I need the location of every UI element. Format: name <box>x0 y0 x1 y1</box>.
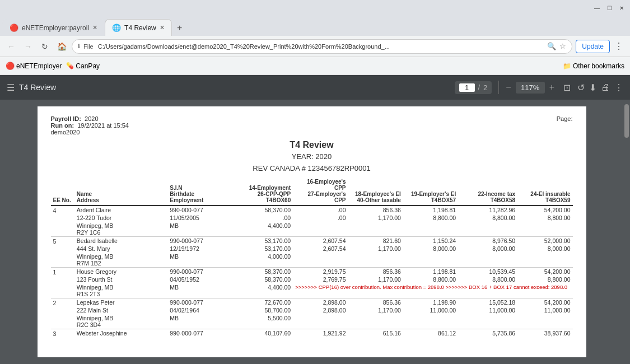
company-name: demo2020 <box>51 129 573 136</box>
cell-t4box58: 8,800.00 <box>458 276 517 283</box>
cell-province: MB <box>167 253 235 268</box>
table-row: 5 Bedard Isabelle 990-000-077 53,170.00 … <box>51 237 573 245</box>
more-options-icon[interactable]: ⋮ <box>614 82 623 93</box>
canpay-icon: 💊 <box>66 62 74 69</box>
cell-t4box58: 8,000.00 <box>458 245 517 253</box>
cell-empei19: 1,150.24 <box>403 237 458 245</box>
cell-sin: 990-000-077 <box>167 237 235 245</box>
cell-city: Winnipeg, MBR1S 2T3 <box>74 283 167 298</box>
cell-address: 222 Main St <box>74 306 167 314</box>
run-on-label: Run on: <box>51 122 74 129</box>
cell-t4box60: 5,500.00 <box>235 314 293 329</box>
cell-ei18: 856.36 <box>348 206 403 214</box>
page-separator: / <box>478 83 480 91</box>
zoom-out-button[interactable]: − <box>506 82 511 92</box>
cell-cpp16: 2,919.75 <box>293 268 348 276</box>
address-actions: Update ⋮ <box>576 40 626 53</box>
cell-emp14: 58,370.00 <box>235 268 293 276</box>
cell-province: MB <box>167 314 235 329</box>
rotate-icon[interactable]: ↺ <box>577 82 585 93</box>
menu-dots-button[interactable]: ⋮ <box>612 40 626 53</box>
table-row-3 <box>51 338 573 339</box>
cell-ee-no: 3 <box>51 329 74 340</box>
tab-payroll[interactable]: 🔴 eNETEmployer:payroll ✕ <box>2 19 105 36</box>
scrollbar-thumb[interactable] <box>624 104 629 138</box>
canpay-bookmark[interactable]: 💊 CanPay <box>66 62 100 70</box>
cell-city: Winnipeg, MBR7M 1B2 <box>74 253 167 268</box>
header-name-address: Name Address <box>74 177 167 206</box>
forward-button[interactable]: → <box>21 40 35 53</box>
cell-tax22: 10,539.45 <box>458 268 517 276</box>
cell-cpp26: 58,370.00 <box>235 276 293 283</box>
address-bar: ← → ↻ 🏠 ℹ File C:/Users/gadams/Downloads… <box>0 36 630 57</box>
cell-birthdate: 11/05/2005 <box>167 214 235 222</box>
star-icon[interactable]: ☆ <box>559 42 566 50</box>
cell-empei19: 861.12 <box>403 329 458 338</box>
maximize-button[interactable]: ☐ <box>605 4 613 12</box>
cell-ei18: 856.36 <box>348 298 403 307</box>
run-on-line: Run on: 19/2/2021 at 15:54 <box>51 122 573 129</box>
cell-cpp16: 2,607.54 <box>293 237 348 245</box>
cell-ei18: 856.36 <box>348 268 403 276</box>
report-year: YEAR: 2020 <box>51 152 573 161</box>
reload-button[interactable]: ↻ <box>38 40 52 53</box>
hamburger-menu-icon[interactable]: ☰ <box>7 82 15 93</box>
header-sin: S.I.N Birthdate Employment <box>167 177 235 206</box>
cell-t4box59: 8,800.00 <box>517 276 572 283</box>
cell-city: Winnipeg, MBR2Y 1C6 <box>74 222 167 237</box>
tab-t4review-icon: 🌐 <box>112 24 121 32</box>
header-ee-no: EE No. <box>51 177 74 206</box>
cell-t4box58: 11,000.00 <box>458 306 517 314</box>
zoom-in-button[interactable]: + <box>549 82 554 92</box>
cell-sin: 990-000-077 <box>167 329 235 338</box>
cell-t4box59: 8,800.00 <box>517 214 572 222</box>
scrollbar[interactable] <box>623 100 630 364</box>
payroll-id-line: Payroll ID: 2020 <box>51 115 573 122</box>
cell-other40: 1,170.00 <box>348 306 403 314</box>
cell-other40: 1,170.00 <box>348 214 403 222</box>
tab-payroll-close[interactable]: ✕ <box>92 24 97 31</box>
header-14: 14-Employment 26-CPP-QPP T4BOX60 <box>235 177 293 206</box>
table-row-3: Winnipeg, MBR2Y 1C6 MB 4,400.00 <box>51 222 573 237</box>
page-label: Page: <box>557 115 573 122</box>
minimize-button[interactable]: — <box>593 4 601 12</box>
report-title: T4 Review <box>51 140 573 150</box>
cell-ei24: 38,937.60 <box>517 329 572 338</box>
update-button[interactable]: Update <box>576 40 610 53</box>
back-button[interactable]: ← <box>4 40 18 53</box>
cell-t4box60: 4,400.00 <box>235 283 293 298</box>
cell-emp14: 58,370.00 <box>235 206 293 214</box>
cell-province <box>167 338 235 339</box>
header-24: 24-EI insurable T4BOX59 <box>517 177 572 206</box>
tab-t4review-close[interactable]: ✕ <box>160 24 165 31</box>
cell-birthdate: 04/05/1952 <box>167 276 235 283</box>
cell-city: Winnipeg, MBR2C 3D4 <box>74 314 167 329</box>
enet-icon: 🔴 <box>6 62 15 70</box>
cell-tax22: 5,735.86 <box>458 329 517 338</box>
fit-page-icon[interactable]: ⊡ <box>563 82 571 93</box>
address-input[interactable]: ℹ File C:/Users/gadams/Downloads/enet@de… <box>72 39 572 54</box>
header-16: 16-Employee's CPP 27-Employer's CPP <box>293 177 348 206</box>
info-icon: ℹ <box>78 43 80 49</box>
download-icon[interactable]: ⬇ <box>589 82 596 93</box>
new-tab-button[interactable]: + <box>172 20 188 36</box>
cell-name: Webster Josephine <box>74 329 167 338</box>
cell-address: 123 Fourth St <box>74 276 167 283</box>
close-button[interactable]: ✕ <box>618 4 626 12</box>
page-number-input[interactable] <box>459 83 475 92</box>
cell-t4box59: 11,000.00 <box>517 306 572 314</box>
cell-birthdate: 04/02/1964 <box>167 306 235 314</box>
cell-ei18: 615.16 <box>348 329 403 338</box>
other-bookmarks[interactable]: 📁 Other bookmarks <box>563 62 624 70</box>
enet-employer-bookmark[interactable]: 🔴 eNETEmployer <box>6 62 62 70</box>
cell-cpp27: .00 <box>293 214 348 222</box>
cell-cpp26: 58,700.00 <box>235 306 293 314</box>
zoom-level-input[interactable] <box>516 82 545 94</box>
home-button[interactable]: 🏠 <box>55 40 68 53</box>
cell-t4box60: 4,000.00 <box>235 253 293 268</box>
print-icon[interactable]: 🖨 <box>601 82 610 93</box>
cell-empei19: 1,198.90 <box>403 298 458 307</box>
toolbar-divider <box>498 81 499 94</box>
tab-t4review[interactable]: 🌐 T4 Review ✕ <box>105 19 172 36</box>
cell-ee-no: 4 <box>51 206 74 237</box>
